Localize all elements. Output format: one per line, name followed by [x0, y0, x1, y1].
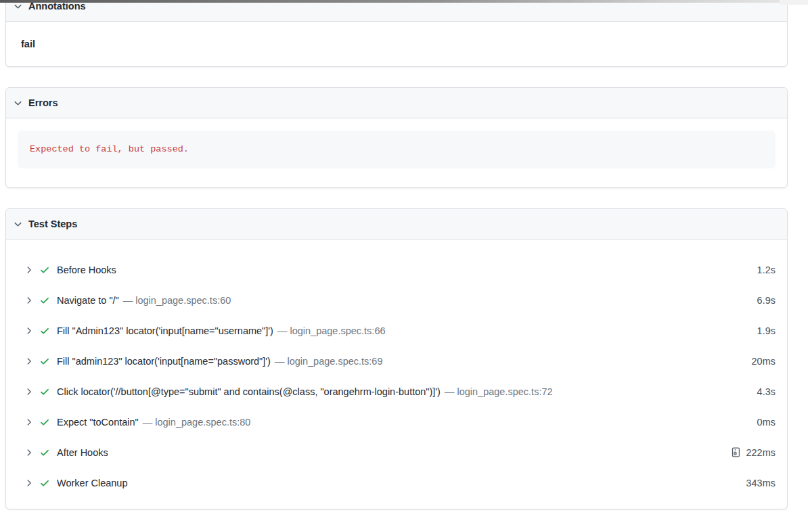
step-duration: 1.9s	[757, 325, 775, 336]
errors-header[interactable]: Errors	[6, 88, 787, 118]
test-steps-header[interactable]: Test Steps	[6, 209, 787, 239]
test-step-row-expect[interactable]: Expect "toContain" — login_page.spec.ts:…	[6, 407, 787, 437]
file-zip-icon	[731, 447, 741, 457]
test-step-row-fill-username[interactable]: Fill "Admin123" locator('input[name="use…	[6, 315, 787, 346]
annotation-item: fail	[6, 37, 787, 51]
check-icon	[39, 295, 50, 306]
chevron-right-icon[interactable]	[24, 448, 34, 457]
errors-section: Errors Expected to fail, but passed.	[5, 87, 788, 188]
step-duration: 343ms	[746, 478, 775, 488]
test-step-row-fill-password[interactable]: Fill "admin123" locator('input[name="pas…	[6, 346, 787, 376]
check-icon	[39, 325, 50, 336]
check-icon	[39, 386, 50, 397]
error-box: Expected to fail, but passed.	[18, 131, 775, 168]
step-title: Expect "toContain"	[57, 417, 139, 428]
step-location: — login_page.spec.ts:60	[123, 295, 231, 306]
chevron-right-icon[interactable]	[24, 357, 34, 366]
chevron-right-icon[interactable]	[24, 296, 34, 305]
check-icon	[39, 447, 50, 458]
annotations-section: Annotations fail	[5, 0, 788, 67]
test-steps-section: Test Steps Before Hooks 1.2s Navigate to…	[5, 208, 788, 509]
chevron-right-icon[interactable]	[24, 387, 34, 396]
test-step-row-click-submit[interactable]: Click locator('//button[@type="submit" a…	[6, 376, 787, 407]
chevron-down-icon	[13, 219, 23, 229]
annotations-header[interactable]: Annotations	[6, 0, 787, 22]
chevron-right-icon[interactable]	[24, 265, 34, 275]
step-title: Click locator('//button[@type="submit" a…	[57, 386, 441, 397]
test-step-row-before-hooks[interactable]: Before Hooks 1.2s	[6, 254, 787, 285]
step-location: — login_page.spec.ts:80	[143, 417, 251, 428]
test-steps-title: Test Steps	[28, 219, 77, 229]
step-duration: 0ms	[757, 417, 775, 428]
chevron-right-icon[interactable]	[24, 417, 34, 427]
step-duration: 4.3s	[757, 386, 775, 397]
step-duration: 6.9s	[757, 295, 775, 306]
annotations-body: fail	[6, 22, 787, 66]
chevron-right-icon[interactable]	[24, 326, 34, 336]
step-title: Fill "admin123" locator('input[name="pas…	[57, 356, 271, 367]
errors-body: Expected to fail, but passed.	[6, 118, 787, 187]
step-location: — login_page.spec.ts:66	[277, 325, 386, 336]
test-step-row-after-hooks[interactable]: After Hooks 222ms	[6, 437, 787, 467]
top-edge-artifact-light	[780, 0, 808, 5]
step-location: — login_page.spec.ts:72	[445, 386, 553, 397]
step-title: Worker Cleanup	[57, 478, 128, 488]
chevron-right-icon[interactable]	[24, 478, 34, 488]
step-title: After Hooks	[57, 447, 108, 458]
check-icon	[39, 356, 50, 367]
error-message: Expected to fail, but passed.	[30, 143, 763, 156]
top-edge-artifact-dark	[0, 0, 780, 3]
test-report-detail: Annotations fail Errors Expected to fail…	[0, 0, 812, 509]
step-duration: 1.2s	[757, 265, 775, 275]
step-location: — login_page.spec.ts:69	[275, 356, 383, 367]
step-duration: 222ms	[746, 447, 775, 458]
check-icon	[39, 265, 50, 275]
step-title: Navigate to "/"	[57, 295, 119, 306]
test-step-row-worker-cleanup[interactable]: Worker Cleanup 343ms	[6, 467, 787, 498]
check-icon	[39, 417, 50, 428]
errors-title: Errors	[28, 97, 58, 108]
step-title: Before Hooks	[57, 265, 116, 275]
chevron-down-icon	[13, 98, 23, 108]
test-step-row-navigate[interactable]: Navigate to "/" — login_page.spec.ts:60 …	[6, 285, 787, 315]
check-icon	[39, 478, 50, 488]
step-title: Fill "Admin123" locator('input[name="use…	[57, 325, 273, 336]
step-duration: 20ms	[752, 356, 775, 367]
test-steps-list: Before Hooks 1.2s Navigate to "/" — logi…	[6, 239, 787, 509]
